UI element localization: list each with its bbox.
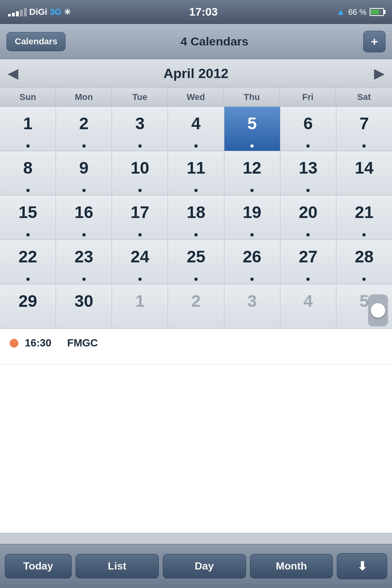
battery-percent: 66 % — [348, 8, 366, 17]
day-header-sun: Sun — [0, 88, 56, 106]
day-21[interactable]: 21 — [336, 196, 392, 240]
today-tab[interactable]: Today — [5, 554, 72, 578]
scroll-handle-inner — [371, 303, 385, 318]
day-26[interactable]: 26 — [224, 240, 280, 284]
day-16[interactable]: 16 — [56, 196, 112, 240]
separator — [0, 533, 392, 534]
scroll-handle — [368, 294, 388, 326]
status-time: 17:03 — [189, 6, 218, 18]
signal-bar-1 — [8, 14, 11, 16]
day-25[interactable]: 25 — [168, 240, 224, 284]
signal-bar-3 — [16, 11, 19, 16]
day-12[interactable]: 12 — [224, 151, 280, 195]
location-icon: ▲ — [336, 7, 345, 17]
day-10[interactable]: 10 — [112, 151, 168, 195]
day-3[interactable]: 3 — [112, 107, 168, 151]
day-next-1[interactable]: 1 — [112, 284, 168, 328]
day-header-sat: Sat — [336, 88, 392, 106]
day-15[interactable]: 15 — [0, 196, 56, 240]
carrier-label: DiGi — [29, 7, 47, 17]
day-2[interactable]: 2 — [56, 107, 112, 151]
day-11[interactable]: 11 — [168, 151, 224, 195]
calendar-grid: 1 2 3 4 5 6 7 8 9 10 11 12 13 14 15 16 1… — [0, 107, 392, 329]
status-left: DiGi 3G ✳ — [8, 7, 71, 17]
month-tab[interactable]: Month — [250, 554, 333, 578]
day-8[interactable]: 8 — [0, 151, 56, 195]
month-title: April 2012 — [164, 66, 229, 81]
day-next-2[interactable]: 2 — [168, 284, 224, 328]
day-24[interactable]: 24 — [112, 240, 168, 284]
day-17[interactable]: 17 — [112, 196, 168, 240]
day-tab[interactable]: Day — [163, 554, 246, 578]
event-time: 16:30 — [25, 337, 61, 349]
prev-month-button[interactable]: ◀ — [8, 66, 18, 81]
day-6[interactable]: 6 — [280, 107, 336, 151]
event-item[interactable]: 16:30 FMGC — [10, 337, 382, 349]
day-next-3[interactable]: 3 — [224, 284, 280, 328]
day-19[interactable]: 19 — [224, 196, 280, 240]
tab-bar: Today List Day Month ⬇ — [0, 544, 392, 588]
status-right: ▲ 66 % — [336, 7, 384, 17]
event-title: FMGC — [67, 337, 98, 349]
day-4[interactable]: 4 — [168, 107, 224, 151]
nav-title: 4 Calendars — [180, 35, 248, 48]
day-5-selected[interactable]: 5 — [224, 107, 280, 151]
calendar-header: ◀ April 2012 ▶ — [0, 59, 392, 88]
day-9[interactable]: 9 — [56, 151, 112, 195]
next-month-button[interactable]: ▶ — [374, 66, 384, 81]
day-13[interactable]: 13 — [280, 151, 336, 195]
day-header-wed: Wed — [168, 88, 224, 106]
day-30[interactable]: 30 — [56, 284, 112, 328]
empty-area — [0, 365, 392, 533]
day-28[interactable]: 28 — [336, 240, 392, 284]
day-20[interactable]: 20 — [280, 196, 336, 240]
status-bar: DiGi 3G ✳ 17:03 ▲ 66 % — [0, 0, 392, 24]
day-29[interactable]: 29 — [0, 284, 56, 328]
nav-bar: Calendars 4 Calendars + — [0, 24, 392, 59]
day-header-mon: Mon — [56, 88, 112, 106]
list-tab[interactable]: List — [76, 554, 159, 578]
day-27[interactable]: 27 — [280, 240, 336, 284]
download-icon: ⬇ — [357, 559, 367, 573]
signal-bar-4 — [20, 10, 23, 16]
network-label: 3G — [50, 7, 61, 17]
signal-bar-5 — [24, 8, 27, 16]
day-headers: Sun Mon Tue Wed Thu Fri Sat — [0, 88, 392, 107]
day-next-5[interactable]: 5 — [336, 284, 392, 328]
day-header-fri: Fri — [280, 88, 336, 106]
day-22[interactable]: 22 — [0, 240, 56, 284]
download-button[interactable]: ⬇ — [337, 553, 387, 579]
day-7[interactable]: 7 — [336, 107, 392, 151]
day-header-tue: Tue — [112, 88, 168, 106]
calendars-button[interactable]: Calendars — [6, 32, 66, 51]
day-18[interactable]: 18 — [168, 196, 224, 240]
day-14[interactable]: 14 — [336, 151, 392, 195]
day-next-4[interactable]: 4 — [280, 284, 336, 328]
signal-bar-2 — [12, 13, 15, 16]
day-1[interactable]: 1 — [0, 107, 56, 151]
events-area: 16:30 FMGC — [0, 329, 392, 365]
battery-fill — [371, 10, 379, 14]
event-color-dot — [10, 339, 18, 348]
day-header-thu: Thu — [224, 88, 280, 106]
signal-bars — [8, 8, 27, 16]
activity-indicator: ✳ — [64, 7, 71, 17]
add-button[interactable]: + — [363, 31, 386, 52]
day-23[interactable]: 23 — [56, 240, 112, 284]
battery-icon — [370, 8, 384, 16]
